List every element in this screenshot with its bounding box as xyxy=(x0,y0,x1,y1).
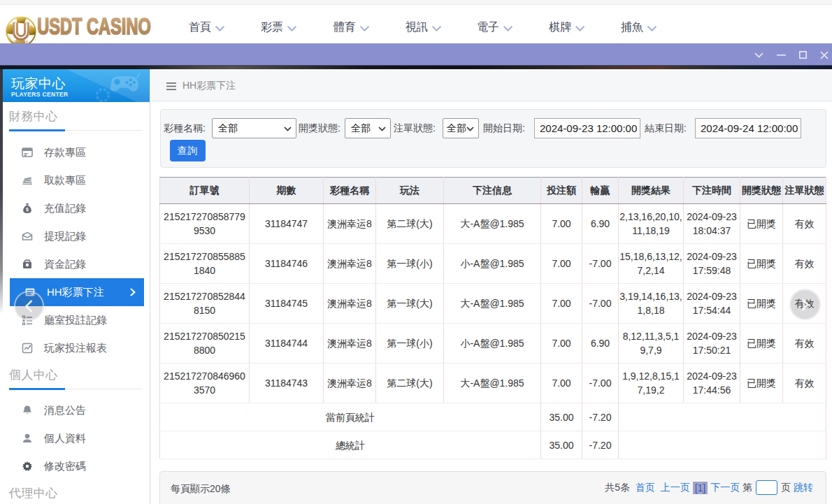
svg-text:USDT CASINO: USDT CASINO xyxy=(37,13,151,39)
svg-text:$: $ xyxy=(26,207,29,213)
